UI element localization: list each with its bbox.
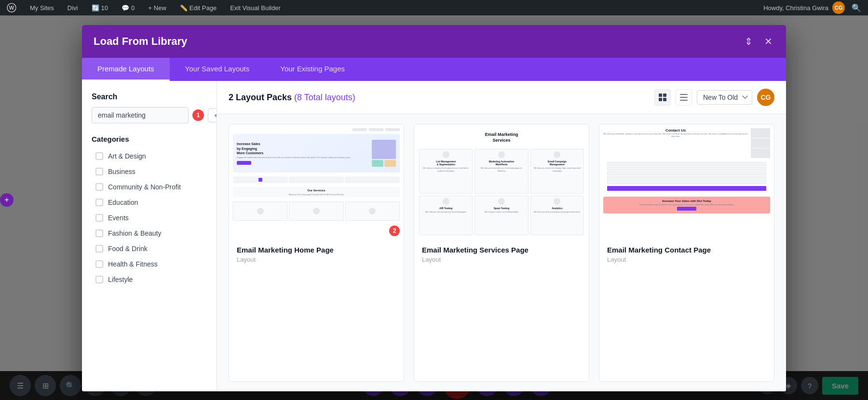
edit-page-link[interactable]: ✏️ Edit Page (177, 0, 219, 15)
edit-page-label: Edit Page (190, 4, 217, 12)
svg-text:W: W (9, 5, 14, 11)
divi-label: Divi (68, 4, 78, 12)
admin-bar-right: Howdy, Christina Gwira CG 🔍 (763, 1, 864, 14)
wp-logo[interactable]: W (4, 0, 19, 15)
exit-vb-label: Exit Visual Builder (230, 4, 281, 12)
admin-bar: W My Sites Divi 🔄 10 💬 0 + New ✏️ Edit P… (0, 0, 868, 15)
howdy-text: Howdy, Christina Gwira (763, 4, 828, 12)
divi-menu[interactable]: Divi (65, 0, 81, 15)
search-btn[interactable]: 🔍 (849, 3, 864, 13)
new-label: New (154, 4, 166, 12)
comments-menu[interactable]: 💬 0 (119, 0, 137, 15)
new-menu[interactable]: + New (145, 0, 169, 15)
exit-visual-builder-link[interactable]: Exit Visual Builder (227, 0, 284, 15)
updates-count: 10 (101, 4, 108, 12)
user-avatar[interactable]: CG (832, 1, 845, 14)
comments-count: 0 (131, 4, 135, 12)
my-sites-label: My Sites (30, 4, 54, 12)
updates-menu[interactable]: 🔄 10 (89, 0, 111, 15)
my-sites-menu[interactable]: My Sites (27, 0, 57, 15)
